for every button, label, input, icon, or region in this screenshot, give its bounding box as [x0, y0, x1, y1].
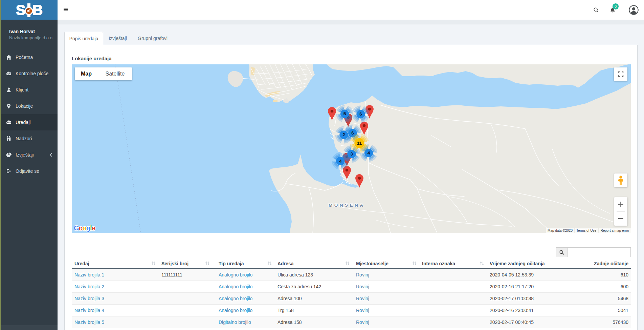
- svg-text:4: 4: [368, 150, 370, 156]
- svg-text:11: 11: [357, 141, 362, 146]
- svg-text:B: B: [32, 2, 43, 18]
- svg-text:3: 3: [350, 151, 353, 157]
- svg-text:5: 5: [343, 111, 346, 116]
- svg-text:S: S: [16, 2, 25, 18]
- svg-text:6: 6: [359, 111, 362, 117]
- svg-text:6: 6: [351, 130, 354, 136]
- svg-text:4: 4: [339, 159, 342, 164]
